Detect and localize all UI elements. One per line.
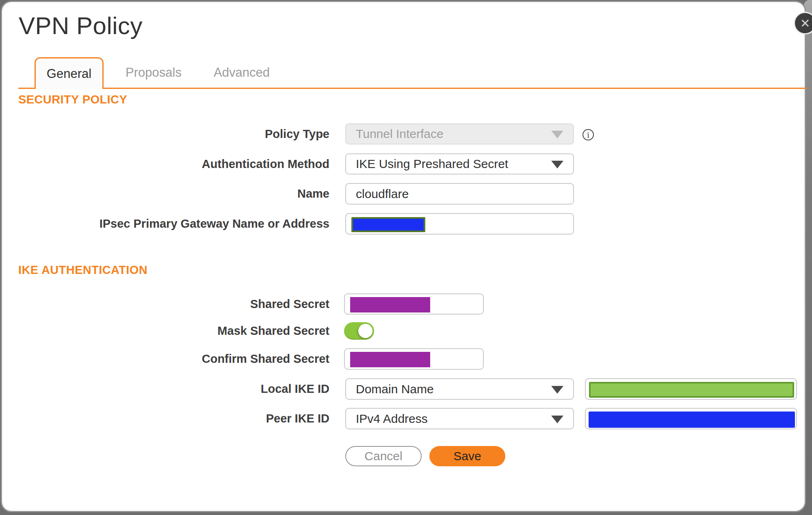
- authentication-method-label: Authentication Method: [2, 153, 329, 175]
- save-button-label: Save: [453, 449, 481, 463]
- tab-advanced-label: Advanced: [214, 65, 270, 80]
- redacted-confirm-shared-secret-value: [350, 352, 430, 367]
- save-button[interactable]: Save: [429, 446, 505, 466]
- tab-underline: [18, 88, 807, 89]
- caret-down-icon: [551, 131, 563, 138]
- peer-ike-id-label: Peer IKE ID: [2, 408, 329, 429]
- mask-shared-secret-label: Mask Shared Secret: [2, 322, 329, 340]
- redacted-shared-secret-value: [350, 297, 430, 312]
- info-icon[interactable]: i: [582, 129, 594, 140]
- local-ike-id-label: Local IKE ID: [2, 378, 329, 400]
- local-ike-id-value: Domain Name: [356, 382, 434, 396]
- shared-secret-label: Shared Secret: [2, 293, 329, 315]
- shared-secret-input[interactable]: [344, 293, 484, 315]
- redacted-peer-ike-id-value: [589, 412, 795, 428]
- page-title: VPN Policy: [19, 12, 143, 40]
- local-ike-id-value-input[interactable]: [585, 378, 797, 400]
- peer-ike-id-select[interactable]: IPv4 Address: [345, 408, 574, 429]
- authentication-method-value: IKE Using Preshared Secret: [356, 157, 508, 171]
- close-icon: ✕: [800, 16, 810, 30]
- cancel-button[interactable]: Cancel: [345, 446, 422, 466]
- section-ike-authentication: IKE AUTHENTICATION: [18, 263, 147, 277]
- peer-ike-id-value-input[interactable]: [585, 408, 797, 429]
- section-security-policy: SECURITY POLICY: [18, 93, 127, 106]
- local-ike-id-select[interactable]: Domain Name: [345, 378, 574, 400]
- tab-general[interactable]: General: [35, 57, 104, 89]
- redacted-gateway-value: [351, 217, 425, 232]
- tab-proposals[interactable]: Proposals: [123, 58, 184, 88]
- tab-proposals-label: Proposals: [126, 65, 182, 80]
- redacted-local-ike-id-value: [589, 382, 794, 398]
- caret-down-icon: [551, 416, 563, 423]
- toggle-knob: [358, 324, 372, 338]
- mask-shared-secret-toggle[interactable]: [344, 322, 374, 340]
- name-label: Name: [2, 183, 329, 205]
- authentication-method-select[interactable]: IKE Using Preshared Secret: [345, 153, 574, 175]
- name-value: cloudflare: [356, 187, 409, 201]
- cancel-button-label: Cancel: [364, 449, 402, 463]
- caret-down-icon: [551, 386, 563, 394]
- caret-down-icon: [551, 161, 563, 168]
- policy-type-value: Tunnel Interface: [356, 127, 444, 141]
- peer-ike-id-value: IPv4 Address: [356, 412, 428, 426]
- confirm-shared-secret-label: Confirm Shared Secret: [2, 348, 329, 370]
- name-input[interactable]: cloudflare: [345, 183, 574, 205]
- ipsec-primary-gateway-label: IPsec Primary Gateway Name or Address: [2, 213, 329, 235]
- ipsec-primary-gateway-input[interactable]: [345, 213, 574, 235]
- tab-general-label: General: [47, 67, 91, 81]
- confirm-shared-secret-input[interactable]: [344, 348, 484, 370]
- vpn-policy-dialog: VPN Policy General Proposals Advanced SE…: [1, 1, 806, 512]
- policy-type-select: Tunnel Interface: [345, 123, 574, 144]
- tab-advanced[interactable]: Advanced: [211, 58, 272, 88]
- policy-type-label: Policy Type: [2, 123, 329, 144]
